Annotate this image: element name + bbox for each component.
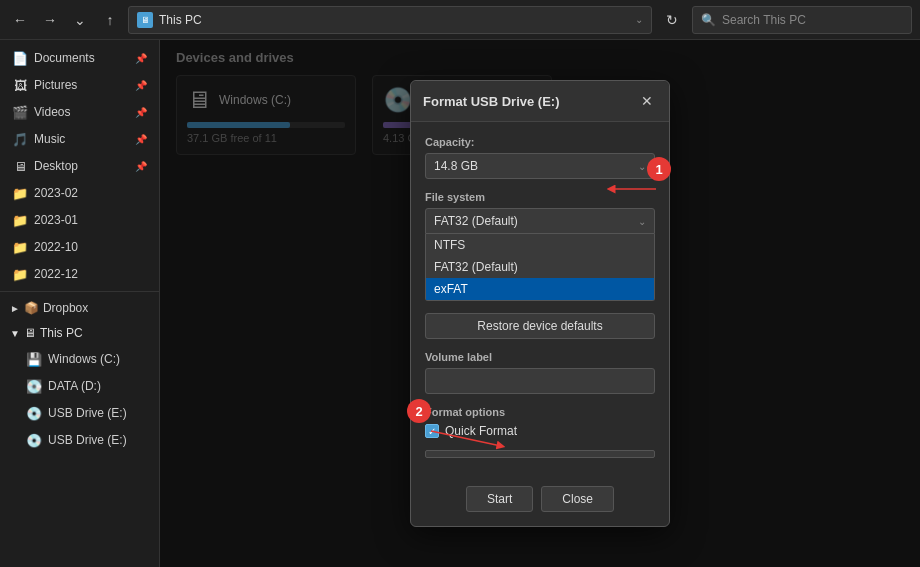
sidebar-item-data-d[interactable]: 💽 DATA (D:) [4,373,155,399]
data-drive-icon: 💽 [26,378,42,394]
sidebar-item-label: 2023-02 [34,186,78,200]
sidebar-item-label: Videos [34,105,70,119]
music-icon: 🎵 [12,131,28,147]
content-area: Devices and drives 🖥 Windows (C:) 37.1 G… [160,40,920,567]
sidebar-item-windows-c[interactable]: 💾 Windows (C:) [4,346,155,372]
progress-bar [425,450,655,458]
sidebar-item-label: 2022-10 [34,240,78,254]
dropdown-arrow-icon: ⌄ [638,216,646,227]
sidebar-item-2023-01[interactable]: 📁 2023-01 [4,207,155,233]
sidebar-item-label: Desktop [34,159,78,173]
sidebar-divider [0,291,159,292]
modal-close-button[interactable]: ✕ [637,91,657,111]
quick-format-checkbox[interactable]: ✓ [425,424,439,438]
format-options-section: Format options ✓ Quick Format [425,406,655,438]
sidebar-item-videos[interactable]: 🎬 Videos 📌 [4,99,155,125]
quick-format-row: ✓ Quick Format [425,424,655,438]
search-placeholder: Search This PC [722,13,806,27]
restore-defaults-button[interactable]: Restore device defaults [425,313,655,339]
sidebar-item-label: Documents [34,51,95,65]
fs-selected-text: FAT32 (Default) [434,214,518,228]
volume-label-input[interactable] [425,368,655,394]
sidebar-item-music[interactable]: 🎵 Music 📌 [4,126,155,152]
search-bar[interactable]: 🔍 Search This PC [692,6,912,34]
sidebar-item-2023-02[interactable]: 📁 2023-02 [4,180,155,206]
address-bar[interactable]: 🖥 This PC ⌄ [128,6,652,34]
sidebar-item-label: DATA (D:) [48,379,101,393]
sidebar-group-label: This PC [40,326,83,340]
main-layout: 📄 Documents 📌 🖼 Pictures 📌 🎬 Videos 📌 🎵 … [0,40,920,567]
modal-body: Capacity: 14.8 GB ⌄ File system FAT32 (D… [411,122,669,486]
start-button[interactable]: Start [466,486,533,512]
volume-label-label: Volume label [425,351,655,363]
filesystem-selected[interactable]: FAT32 (Default) ⌄ [425,208,655,234]
address-dropdown[interactable]: ⌄ [635,14,643,25]
sidebar: 📄 Documents 📌 🖼 Pictures 📌 🎬 Videos 📌 🎵 … [0,40,160,567]
dropdown-arrow-icon: ⌄ [638,161,646,172]
pin-icon: 📌 [135,53,147,64]
documents-icon: 📄 [12,50,28,66]
fs-option-fat32[interactable]: FAT32 (Default) [426,256,654,278]
modal-footer: Start Close [411,486,669,526]
chevron-right-icon: ► [10,303,20,314]
usb-drive-icon: 💿 [26,405,42,421]
sidebar-item-usb-e-1[interactable]: 💿 USB Drive (E:) [4,400,155,426]
folder-icon: 📁 [12,185,28,201]
capacity-value: 14.8 GB [434,159,478,173]
sidebar-item-documents[interactable]: 📄 Documents 📌 [4,45,155,71]
format-options-title: Format options [425,406,655,418]
forward-button[interactable]: → [38,8,62,32]
sidebar-group-thispc[interactable]: ▼ 🖥 This PC [4,321,155,345]
videos-icon: 🎬 [12,104,28,120]
dropbox-icon: 📦 [24,301,39,315]
sidebar-item-label: Pictures [34,78,77,92]
address-text: This PC [159,13,202,27]
folder-icon: 📁 [12,239,28,255]
sidebar-item-label: 2022-12 [34,267,78,281]
close-button[interactable]: Close [541,486,614,512]
pc-icon: 🖥 [137,12,153,28]
capacity-select[interactable]: 14.8 GB ⌄ [425,153,655,179]
sidebar-item-label: USB Drive (E:) [48,406,127,420]
modal-title: Format USB Drive (E:) [423,94,560,109]
thispc-icon: 🖥 [24,326,36,340]
fs-option-ntfs[interactable]: NTFS [426,234,654,256]
modal-overlay: 1 2 Format USB Drive (E:) [160,40,920,567]
desktop-icon: 🖥 [12,158,28,174]
pin-icon: 📌 [135,107,147,118]
sidebar-item-usb-e-2[interactable]: 💿 USB Drive (E:) [4,427,155,453]
folder-icon: 📁 [12,266,28,282]
up-button[interactable]: ↑ [98,8,122,32]
sidebar-group-dropbox[interactable]: ► 📦 Dropbox [4,296,155,320]
sidebar-item-label: USB Drive (E:) [48,433,127,447]
capacity-label: Capacity: [425,136,655,148]
pin-icon: 📌 [135,134,147,145]
back-button[interactable]: ← [8,8,32,32]
search-icon: 🔍 [701,13,716,27]
fs-option-exfat[interactable]: exFAT [426,278,654,300]
windows-drive-icon: 💾 [26,351,42,367]
usb-drive-icon-2: 💿 [26,432,42,448]
modal-titlebar: Format USB Drive (E:) ✕ [411,81,669,122]
recent-button[interactable]: ⌄ [68,8,92,32]
refresh-button[interactable]: ↻ [658,6,686,34]
sidebar-item-pictures[interactable]: 🖼 Pictures 📌 [4,72,155,98]
pictures-icon: 🖼 [12,77,28,93]
pin-icon: 📌 [135,161,147,172]
sidebar-item-label: Music [34,132,65,146]
filesystem-label: File system [425,191,655,203]
title-bar: ← → ⌄ ↑ 🖥 This PC ⌄ ↻ 🔍 Search This PC [0,0,920,40]
sidebar-group-label: Dropbox [43,301,88,315]
sidebar-item-2022-12[interactable]: 📁 2022-12 [4,261,155,287]
pin-icon: 📌 [135,80,147,91]
filesystem-dropdown: FAT32 (Default) ⌄ NTFS FAT32 (Default) [425,208,655,301]
sidebar-item-label: Windows (C:) [48,352,120,366]
folder-icon: 📁 [12,212,28,228]
sidebar-item-desktop[interactable]: 🖥 Desktop 📌 [4,153,155,179]
quick-format-label: Quick Format [445,424,517,438]
sidebar-item-label: 2023-01 [34,213,78,227]
format-dialog: 1 2 Format USB Drive (E:) [410,80,670,527]
sidebar-item-2022-10[interactable]: 📁 2022-10 [4,234,155,260]
chevron-down-icon: ▼ [10,328,20,339]
filesystem-options: NTFS FAT32 (Default) exFAT [425,234,655,301]
